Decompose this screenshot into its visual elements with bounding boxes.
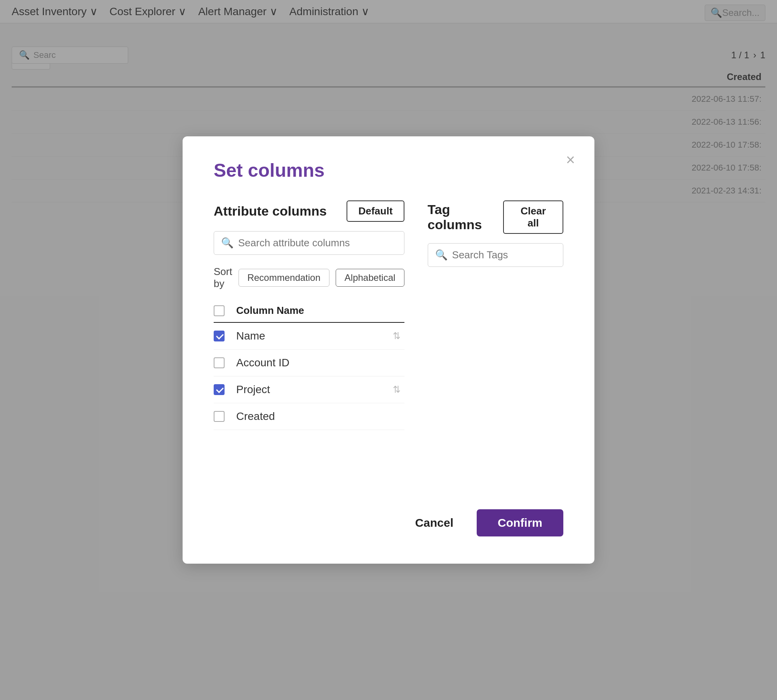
- attribute-search-input[interactable]: [238, 237, 397, 249]
- attribute-col-title: Attribute columns: [214, 204, 327, 219]
- modal-close-button[interactable]: ×: [566, 152, 575, 167]
- attribute-columns-section: Attribute columns Default 🔍 Sort by Reco…: [214, 200, 404, 474]
- name-checkbox[interactable]: [214, 331, 225, 341]
- modal-footer: Cancel Confirm: [214, 498, 563, 536]
- attribute-search-box[interactable]: 🔍: [214, 231, 404, 255]
- select-all-checkbox[interactable]: [214, 305, 225, 316]
- table-row: Name ⇅: [214, 322, 404, 350]
- name-drag-handle[interactable]: ⇅: [393, 331, 404, 341]
- column-name-th: Column Name: [232, 299, 404, 322]
- sort-row: Sort by Recommendation Alphabetical: [214, 266, 404, 290]
- table-row: Project ⇅: [214, 376, 404, 403]
- created-checkbox-td: [214, 403, 232, 430]
- sort-recommendation-button[interactable]: Recommendation: [239, 269, 329, 287]
- account-id-checkbox-td: [214, 350, 232, 376]
- attribute-col-header: Attribute columns Default: [214, 200, 404, 222]
- project-checkbox[interactable]: [214, 384, 225, 395]
- project-drag-handle[interactable]: ⇅: [393, 384, 404, 395]
- confirm-button[interactable]: Confirm: [477, 509, 563, 536]
- tag-search-box[interactable]: 🔍: [428, 243, 563, 267]
- search-icon: 🔍: [221, 237, 233, 249]
- account-id-checkbox[interactable]: [214, 357, 225, 368]
- set-columns-modal: Set columns × Attribute columns Default …: [183, 136, 594, 564]
- table-row: Created: [214, 403, 404, 430]
- name-label: Name: [236, 330, 265, 342]
- project-label: Project: [236, 383, 270, 396]
- sort-alphabetical-button[interactable]: Alphabetical: [336, 269, 404, 287]
- name-cell: Name ⇅: [232, 322, 404, 350]
- tag-col-title: Tag columns: [428, 202, 503, 232]
- name-checkbox-td: [214, 322, 232, 350]
- columns-container: Attribute columns Default 🔍 Sort by Reco…: [214, 200, 563, 474]
- project-checkbox-td: [214, 376, 232, 403]
- table-row: Account ID: [214, 350, 404, 376]
- cancel-button[interactable]: Cancel: [404, 510, 465, 536]
- select-all-th: [214, 299, 232, 322]
- created-label: Created: [236, 410, 275, 422]
- modal-title: Set columns: [214, 160, 563, 181]
- attribute-columns-table: Column Name Name ⇅: [214, 299, 404, 430]
- created-cell: Created: [232, 403, 404, 430]
- modal-overlay: Set columns × Attribute columns Default …: [0, 0, 777, 700]
- account-id-cell: Account ID: [232, 350, 404, 376]
- created-checkbox[interactable]: [214, 411, 225, 422]
- tag-search-input[interactable]: [452, 249, 556, 261]
- account-id-label: Account ID: [236, 357, 289, 369]
- sort-by-label: Sort by: [214, 266, 232, 290]
- clear-all-button[interactable]: Clear all: [503, 200, 563, 234]
- tag-col-header: Tag columns Clear all: [428, 200, 563, 234]
- default-button[interactable]: Default: [347, 200, 404, 222]
- search-icon: 🔍: [435, 249, 448, 261]
- project-cell: Project ⇅: [232, 376, 404, 403]
- tag-columns-section: Tag columns Clear all 🔍: [428, 200, 563, 474]
